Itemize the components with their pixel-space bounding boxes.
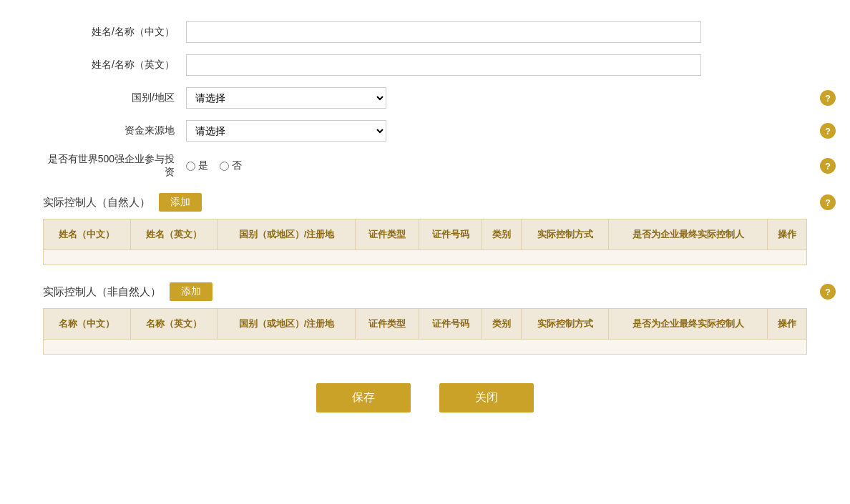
natural-col-category: 类别 xyxy=(482,219,522,250)
fortune500-no-label: 否 xyxy=(232,159,242,172)
natural-col-is-final-controller: 是否为企业最终实际控制人 xyxy=(609,219,768,250)
non-natural-controller-section: 实际控制人（非自然人） 添加 ? 名称（中文） 名称（英文） 国别（或地区）/注… xyxy=(43,282,807,355)
non-natural-col-cert-no: 证件号码 xyxy=(419,309,482,340)
non-natural-col-name-cn: 名称（中文） xyxy=(44,309,131,340)
natural-col-name-en: 姓名（英文） xyxy=(130,219,218,250)
fortune500-yes-option[interactable]: 是 xyxy=(186,159,208,172)
name-cn-label: 姓名/名称（中文） xyxy=(43,26,186,39)
non-natural-controller-table: 名称（中文） 名称（英文） 国别（或地区）/注册地 证件类型 证件号码 类别 实… xyxy=(43,308,807,355)
country-label: 国别/地区 xyxy=(43,92,186,104)
non-natural-col-control-method: 实际控制方式 xyxy=(522,309,609,340)
non-natural-controller-header: 实际控制人（非自然人） 添加 ? xyxy=(43,282,807,301)
natural-col-operation: 操作 xyxy=(767,219,806,250)
natural-controller-title: 实际控制人（自然人） xyxy=(43,196,150,209)
non-natural-col-operation: 操作 xyxy=(767,309,806,340)
non-natural-controller-empty-row xyxy=(44,340,807,355)
non-natural-col-name-en: 名称（英文） xyxy=(130,309,218,340)
natural-col-cert-no: 证件号码 xyxy=(419,219,482,250)
country-select[interactable]: 请选择 xyxy=(186,87,386,109)
fortune500-no-option[interactable]: 否 xyxy=(220,159,242,172)
natural-col-country: 国别（或地区）/注册地 xyxy=(218,219,356,250)
fortune500-radio-group: 是 否 xyxy=(186,159,701,172)
fortune500-yes-label: 是 xyxy=(198,159,208,172)
name-cn-input[interactable] xyxy=(186,21,701,43)
bottom-buttons: 保存 关闭 xyxy=(43,383,807,412)
natural-controller-table-header: 姓名（中文） 姓名（英文） 国别（或地区）/注册地 证件类型 证件号码 类别 实… xyxy=(44,219,807,250)
non-natural-controller-table-header: 名称（中文） 名称（英文） 国别（或地区）/注册地 证件类型 证件号码 类别 实… xyxy=(44,309,807,340)
natural-controller-header: 实际控制人（自然人） 添加 ? xyxy=(43,193,807,212)
natural-col-control-method: 实际控制方式 xyxy=(522,219,609,250)
fortune500-help-icon[interactable]: ? xyxy=(820,158,836,174)
fortune500-no-radio[interactable] xyxy=(220,162,229,171)
natural-controller-table: 姓名（中文） 姓名（英文） 国别（或地区）/注册地 证件类型 证件号码 类别 实… xyxy=(43,219,807,265)
natural-controller-empty-row xyxy=(44,250,807,265)
non-natural-col-country: 国别（或地区）/注册地 xyxy=(218,309,356,340)
non-natural-controller-help-icon[interactable]: ? xyxy=(820,284,836,300)
country-help-icon[interactable]: ? xyxy=(820,90,836,106)
fortune500-yes-radio[interactable] xyxy=(186,162,195,171)
non-natural-controller-add-btn[interactable]: 添加 xyxy=(170,282,212,301)
non-natural-col-cert-type: 证件类型 xyxy=(356,309,419,340)
natural-controller-help-icon[interactable]: ? xyxy=(820,194,836,210)
non-natural-col-is-final-controller: 是否为企业最终实际控制人 xyxy=(609,309,768,340)
non-natural-controller-title: 实际控制人（非自然人） xyxy=(43,285,161,299)
name-en-label: 姓名/名称（英文） xyxy=(43,59,186,71)
fortune500-label: 是否有世界500强企业参与投资 xyxy=(43,153,186,179)
name-en-input[interactable] xyxy=(186,54,701,76)
natural-controller-section: 实际控制人（自然人） 添加 ? 姓名（中文） 姓名（英文） 国别（或地区）/注册… xyxy=(43,193,807,265)
natural-controller-add-btn[interactable]: 添加 xyxy=(159,193,202,212)
non-natural-col-category: 类别 xyxy=(482,309,522,340)
save-button[interactable]: 保存 xyxy=(316,383,411,412)
fund-source-select[interactable]: 请选择 xyxy=(186,120,386,142)
fund-source-help-icon[interactable]: ? xyxy=(820,123,836,139)
fund-source-label: 资金来源地 xyxy=(43,124,186,137)
close-button[interactable]: 关闭 xyxy=(439,383,534,412)
natural-col-cert-type: 证件类型 xyxy=(356,219,419,250)
natural-col-name-cn: 姓名（中文） xyxy=(44,219,131,250)
